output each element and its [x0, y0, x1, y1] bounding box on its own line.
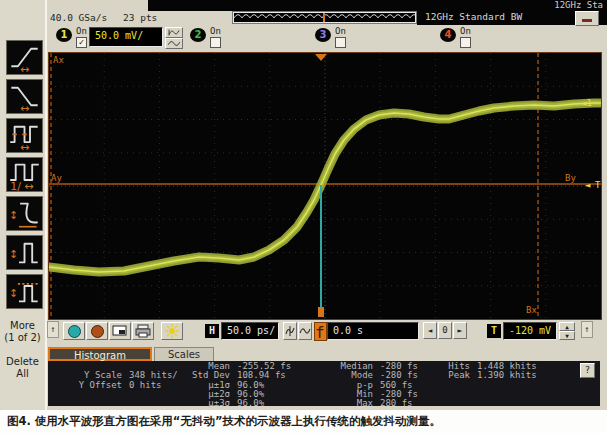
h-arrow-glyph: ↔ — [20, 141, 29, 152]
tab-histogram[interactable]: Histogram — [48, 347, 152, 361]
channel-3-checkbox[interactable] — [335, 37, 346, 48]
rise-time-icon[interactable]: ↔ — [6, 40, 43, 75]
measurement-sidebar: ↔ ↔ ↔ 1/↔ ↕ ↕ ↕ More (1 of 2) — [0, 0, 47, 410]
channel-2-badge[interactable]: 2 — [190, 28, 206, 42]
marker-handle-left-icon[interactable]: ↑ — [47, 321, 59, 338]
stat-value: 280 fs — [380, 399, 413, 408]
channel-2-checkbox[interactable] — [210, 37, 221, 48]
coupling-lower-button[interactable] — [165, 38, 183, 49]
by-label: By — [565, 173, 576, 183]
print-button[interactable] — [132, 322, 154, 340]
scope-window: ↔ ↔ ↔ 1/↔ ↕ ↕ ↕ More (1 of 2) — [0, 0, 607, 410]
delete-all-button[interactable]: Delete All — [2, 356, 43, 380]
stat-value: 1.390 khits — [477, 371, 537, 380]
delete-all-label-line1: Delete — [6, 356, 39, 367]
h-arrow-glyph: ↔ — [20, 102, 29, 113]
delete-all-label-line2: All — [16, 368, 28, 379]
tab-scales[interactable]: Scales — [154, 347, 214, 361]
stat-label: Max — [303, 399, 373, 408]
channel-4-badge[interactable]: 4 — [440, 28, 456, 42]
stat-label: μ±3σ — [148, 399, 230, 408]
histogram-statistics-panel: Y Scale348 hits/Y Offset0 hits Mean-255.… — [48, 361, 600, 406]
marker-handle-right-icon[interactable]: ↑ — [581, 321, 593, 338]
points-text: 23 pts — [123, 12, 157, 23]
stat-value: 96.0% — [237, 399, 264, 408]
minimize-icon — [582, 19, 592, 22]
v-arrow-glyph: ↕ — [9, 209, 18, 222]
horizontal-label: H — [205, 324, 219, 338]
bandwidth-text: 12GHz Standard BW — [425, 11, 522, 22]
brightness-button[interactable] — [161, 322, 183, 340]
oscilloscope-screen: ↔ ↔ ↔ 1/↔ ↕ ↕ ↕ More (1 of 2) — [0, 0, 607, 433]
stat-label: Peak — [420, 371, 470, 380]
channel-3-on-label: On — [335, 26, 346, 36]
hits-stats-column: Hits1.448 khitsPeak1.390 khits — [420, 362, 537, 381]
timebase-field[interactable]: 50.0 ps/ — [221, 322, 279, 340]
delay-zero-button[interactable]: 0 — [438, 322, 452, 339]
display-window-button[interactable] — [109, 322, 131, 340]
stat-label: Y Offset — [56, 381, 122, 390]
delay-left-button[interactable]: ◄ — [423, 322, 437, 339]
channel-4-checkbox[interactable] — [460, 37, 471, 48]
channel-3-badge[interactable]: 3 — [315, 28, 331, 42]
coupling-upper-button[interactable] — [165, 27, 183, 38]
waveform-trace-core — [49, 103, 601, 272]
stat-row: μ±3σ96.0% — [148, 399, 291, 408]
amplitude-icon[interactable]: ↕ — [6, 196, 43, 231]
bx-label: Bx — [526, 305, 537, 315]
more-label-line2: (1 of 2) — [4, 332, 41, 343]
delay-right-button[interactable]: ► — [453, 322, 467, 339]
waveform-trace-mid — [49, 103, 601, 272]
h-arrow-glyph: ↔ — [24, 180, 33, 191]
figure-caption: 图4. 使用水平波形直方图在采用“无抖动”技术的示波器上执行传统的触发抖动测量。 — [0, 410, 607, 433]
stat-row: Peak1.390 khits — [420, 371, 537, 380]
window-icon — [119, 330, 125, 334]
mean-stats-column: Mean-255.52 fsStd Dev108.94 fsμ±1σ96.0%μ… — [148, 362, 291, 408]
channel-1-ground-marker[interactable]: ◄1 — [581, 98, 592, 108]
preview-display — [234, 13, 415, 22]
more-label-line1: More — [10, 320, 35, 331]
channel-row: 1 On ✓ 50.0 mV/ 2 On 3 On 4 On — [45, 25, 607, 52]
help-button[interactable]: ? — [580, 363, 595, 378]
pulse-width-icon[interactable]: ↔ — [6, 118, 43, 153]
waveform-graticule[interactable]: Ax Ay By Bx ◄ T ◄1 — [48, 52, 602, 320]
title-text: 12GHz Sta — [554, 0, 603, 10]
orange-marker-button[interactable] — [86, 322, 108, 340]
channel-1-on-label: On — [76, 26, 87, 36]
trigger-label: T — [487, 324, 501, 338]
trigger-level-label[interactable]: T — [595, 180, 601, 190]
channel-1-scale-field[interactable]: 50.0 mV/ — [89, 27, 163, 47]
minimize-button[interactable] — [575, 11, 599, 26]
fall-time-icon[interactable]: ↔ — [6, 79, 43, 114]
median-stats-column: Median-280 fsMode-280 fsp-p560 fsMin-280… — [303, 362, 418, 408]
period-icon[interactable]: 1/↔ — [6, 157, 43, 192]
top-level-icon[interactable]: ↕ — [6, 274, 43, 309]
ay-label: Ay — [51, 173, 62, 183]
level-down-button[interactable]: ▼ — [559, 331, 575, 340]
one-over-glyph: 1/ — [10, 180, 21, 191]
sample-rate-text: 40.0 GSa/s — [50, 12, 107, 23]
zoom-wave-button-2[interactable] — [298, 322, 312, 340]
stat-row: Max280 fs — [303, 399, 418, 408]
channel-1-checkbox[interactable]: ✓ — [76, 37, 87, 48]
trigger-arrow-glyph: ◄ — [585, 180, 591, 190]
waveform-trace-band — [49, 103, 601, 272]
histogram-base-marker — [318, 307, 324, 317]
channel-2-on-label: On — [210, 26, 221, 36]
orange-circle-icon — [91, 325, 104, 338]
channel-1-badge[interactable]: 1 — [56, 28, 72, 42]
delay-field[interactable]: 0.0 s — [327, 322, 419, 340]
zoom-wave-button-1[interactable] — [283, 322, 297, 340]
status-row: 40.0 GSa/s 23 pts 12GHz Standard BW — [45, 10, 607, 25]
trigger-level-field[interactable]: -120 mV — [503, 322, 557, 340]
sun-icon — [162, 323, 182, 339]
more-button[interactable]: More (1 of 2) — [2, 320, 43, 344]
v-arrow-glyph: ↕ — [9, 248, 18, 261]
waveform-preview-bar[interactable] — [232, 11, 417, 24]
teal-marker-button[interactable] — [63, 322, 85, 340]
trigger-flag-icon[interactable]: f — [314, 322, 327, 341]
level-up-button[interactable]: ▲ — [559, 322, 575, 331]
printer-icon — [139, 333, 147, 337]
pulse-amplitude-icon[interactable]: ↕ — [6, 235, 43, 270]
teal-circle-icon — [68, 325, 81, 338]
